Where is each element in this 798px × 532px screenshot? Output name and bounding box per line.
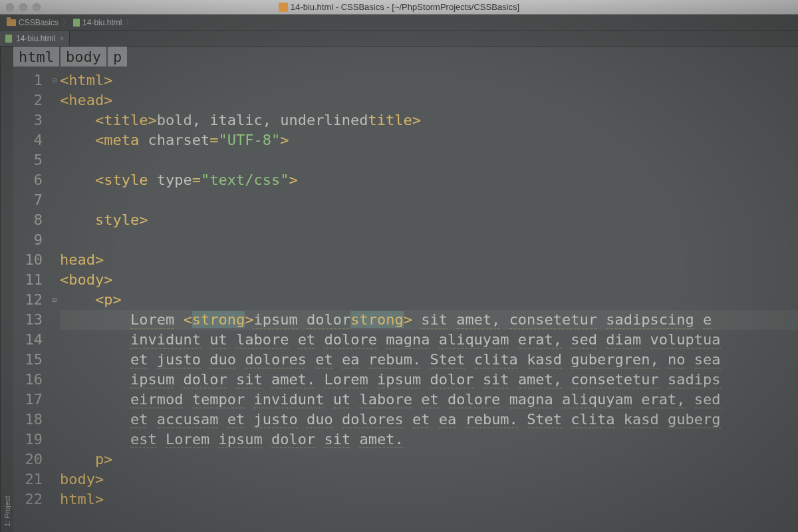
breadcrumb-html[interactable]: html: [13, 47, 61, 66]
window-controls: [0, 3, 41, 11]
nav-project-label: CSSBasics: [19, 18, 59, 27]
workspace: 1: Project html body p 12345678910111213…: [0, 47, 798, 532]
editor-tab-label: 14-biu.html: [16, 34, 55, 43]
line-number: 3: [13, 110, 43, 130]
nav-project[interactable]: CSSBasics: [7, 18, 59, 27]
line-number: 1: [13, 70, 43, 90]
file-icon: [5, 35, 12, 43]
line-number: 2: [13, 90, 43, 110]
chevron-right-icon: 〉: [63, 18, 69, 27]
breadcrumb-p[interactable]: p: [108, 47, 128, 66]
zoom-window-button[interactable]: [33, 3, 41, 11]
window-title-text: 14-biu.html - CSSBasics - [~/PhpStormPro…: [291, 2, 519, 12]
line-number: 11: [13, 270, 43, 290]
line-number: 15: [13, 350, 43, 370]
tool-window-project[interactable]: 1: Project: [3, 496, 11, 527]
close-window-button[interactable]: [6, 3, 14, 11]
line-number: 14: [13, 330, 43, 350]
tool-rail: 1: Project: [0, 47, 13, 532]
breadcrumb: html body p: [13, 47, 798, 66]
nav-file[interactable]: 14-biu.html: [73, 18, 122, 27]
window-titlebar: 14-biu.html - CSSBasics - [~/PhpStormPro…: [0, 0, 798, 15]
line-number: 6: [13, 170, 43, 190]
line-number: 21: [13, 469, 43, 489]
line-number: 22: [13, 489, 43, 509]
line-number: 9: [13, 230, 43, 250]
editor-area: html body p 1234567891011121314151617181…: [13, 47, 798, 532]
line-number: 8: [13, 210, 43, 230]
line-number: 16: [13, 370, 43, 390]
line-number: 12: [13, 290, 43, 310]
line-number: 18: [13, 410, 43, 430]
line-number: 20: [13, 450, 43, 469]
navigation-bar: CSSBasics 〉 14-biu.html 〉: [0, 15, 798, 31]
line-number: 13: [13, 310, 43, 330]
minimize-window-button[interactable]: [19, 3, 27, 11]
fold-column: ⊟⊟: [49, 66, 60, 532]
editor-tab-14-biu[interactable]: 14-biu.html ×: [0, 31, 70, 46]
line-number: 4: [13, 130, 43, 150]
window-title: 14-biu.html - CSSBasics - [~/PhpStormPro…: [0, 0, 798, 14]
line-number: 10: [13, 250, 43, 270]
line-number: 5: [13, 150, 43, 170]
line-number: 17: [13, 390, 43, 410]
code-editor[interactable]: 12345678910111213141516171819202122 ⊟⊟ <…: [13, 66, 798, 532]
app-icon: [279, 3, 288, 12]
close-icon[interactable]: ×: [59, 34, 64, 43]
line-number: 19: [13, 430, 43, 450]
line-number: 7: [13, 190, 43, 210]
file-icon: [73, 19, 80, 27]
nav-file-label: 14-biu.html: [82, 18, 122, 27]
editor-tabs: 14-biu.html ×: [0, 31, 798, 47]
breadcrumb-body[interactable]: body: [61, 47, 108, 66]
chevron-right-icon: 〉: [126, 18, 132, 27]
gutter: 12345678910111213141516171819202122: [13, 66, 49, 532]
folder-icon: [7, 19, 16, 26]
code-content[interactable]: <html><head> <title>bold, italic, underl…: [60, 66, 798, 532]
